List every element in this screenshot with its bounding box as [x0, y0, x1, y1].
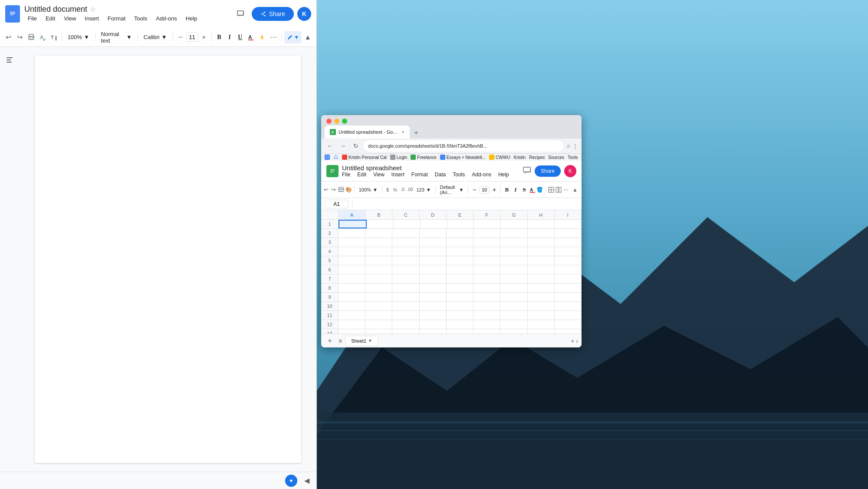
browser-address-input[interactable]: docs.google.com/spreadsheets/d/1B-5NmT3A… [364, 140, 563, 152]
sheets-collapse-button[interactable]: ▲ [570, 185, 580, 195]
sheets-col-header-g[interactable]: G [500, 210, 527, 219]
sheets-menu-edit[interactable]: Edit [355, 172, 369, 178]
bookmark-kristin[interactable]: Kristin [513, 155, 526, 160]
cell-E6[interactable] [447, 265, 473, 274]
cell-B8[interactable] [365, 284, 392, 292]
cell-C9[interactable] [392, 293, 419, 301]
sheets-dollar-button[interactable]: $ [384, 185, 391, 195]
docs-page-area[interactable] [19, 47, 316, 472]
cell-A6[interactable] [339, 265, 365, 274]
cell-F11[interactable] [473, 311, 500, 320]
cell-F3[interactable] [473, 238, 500, 247]
cell-C11[interactable] [392, 311, 419, 320]
docs-highlight-button[interactable] [257, 31, 267, 43]
bookmark-sources[interactable]: Sources [548, 155, 564, 160]
sheets-menu-view[interactable]: View [371, 172, 387, 178]
cell-G7[interactable] [500, 274, 527, 283]
cell-G2[interactable] [500, 229, 527, 238]
cell-A1[interactable] [339, 220, 367, 228]
cell-H11[interactable] [528, 311, 555, 320]
docs-filename[interactable]: Untitled document [24, 5, 87, 14]
sheets-bold-button[interactable]: B [503, 184, 511, 195]
sheets-avatar[interactable]: K [564, 165, 576, 177]
cell-F5[interactable] [473, 256, 500, 265]
docs-logo-icon[interactable] [5, 5, 20, 23]
cell-A7[interactable] [339, 274, 365, 283]
cell-C12[interactable] [392, 320, 419, 329]
cell-B12[interactable] [365, 320, 392, 329]
sheets-col-header-a[interactable]: A [339, 210, 365, 219]
cell-G8[interactable] [500, 284, 527, 292]
cell-A13[interactable] [339, 329, 365, 334]
browser-tab-active[interactable]: Untitled spreadsheet - Googl... × [325, 126, 410, 139]
cell-H3[interactable] [528, 238, 555, 247]
cell-C1[interactable] [394, 220, 421, 228]
sheets-menu-addons[interactable]: Add-ons [469, 172, 494, 178]
cell-I10[interactable] [555, 302, 582, 311]
sheets-fill-color-button[interactable]: 🪣 [536, 185, 543, 195]
sheets-font-size-input[interactable] [479, 186, 490, 194]
docs-editing-mode-button[interactable]: ▼ [284, 31, 302, 43]
cell-I8[interactable] [555, 284, 582, 292]
docs-font-decrease-button[interactable]: − [175, 32, 185, 43]
cell-F12[interactable] [473, 320, 500, 329]
sheets-borders-button[interactable] [548, 185, 554, 195]
docs-font-size-input[interactable] [186, 33, 198, 42]
docs-italic-button[interactable]: I [225, 32, 234, 43]
sheets-col-header-i[interactable]: I [555, 210, 582, 219]
cell-H9[interactable] [528, 293, 555, 301]
cell-A5[interactable] [339, 256, 365, 265]
cell-E8[interactable] [447, 284, 473, 292]
cell-B6[interactable] [365, 265, 392, 274]
cell-D6[interactable] [420, 265, 447, 274]
cell-F4[interactable] [473, 247, 500, 256]
cell-I12[interactable] [555, 320, 582, 329]
sheets-italic-button[interactable]: I [512, 184, 519, 195]
cell-G13[interactable] [500, 329, 527, 334]
cell-H2[interactable] [528, 229, 555, 238]
cell-C3[interactable] [392, 238, 419, 247]
docs-outline-button[interactable] [3, 54, 16, 66]
cell-H13[interactable] [528, 329, 555, 334]
cell-D4[interactable] [420, 247, 447, 256]
cell-F8[interactable] [473, 284, 500, 292]
cell-C5[interactable] [392, 256, 419, 265]
cell-A3[interactable] [339, 238, 365, 247]
docs-star-icon[interactable]: ☆ [90, 5, 96, 13]
bookmark-gdrive[interactable] [333, 155, 339, 160]
sheets-strikethrough-button[interactable]: S [520, 184, 528, 195]
bookmark-recipes[interactable]: Recipes [529, 155, 545, 160]
sheets-percent-button[interactable]: % [392, 185, 398, 195]
sheets-format-select[interactable]: 123▼ [414, 186, 433, 194]
cell-I13[interactable] [555, 329, 582, 334]
cell-H1[interactable] [528, 220, 555, 228]
browser-reload-button[interactable]: ↻ [351, 141, 361, 151]
cell-D11[interactable] [420, 311, 447, 320]
cell-C7[interactable] [392, 274, 419, 283]
sheets-zoom-select[interactable]: 100%▼ [357, 186, 380, 194]
cell-E12[interactable] [447, 320, 473, 329]
cell-F1[interactable] [474, 220, 501, 228]
cell-B11[interactable] [365, 311, 392, 320]
cell-C4[interactable] [392, 247, 419, 256]
cell-G5[interactable] [500, 256, 527, 265]
sheets-nav-right[interactable]: › [576, 337, 578, 344]
cell-B2[interactable] [365, 229, 392, 238]
cell-D9[interactable] [420, 293, 447, 301]
cell-E5[interactable] [447, 256, 473, 265]
cell-E7[interactable] [447, 274, 473, 283]
sheets-col-header-d[interactable]: D [420, 210, 447, 219]
cell-D1[interactable] [421, 220, 447, 228]
browser-bookmark-star[interactable]: ☆ [566, 143, 571, 149]
cell-I4[interactable] [555, 247, 582, 256]
cell-H4[interactable] [528, 247, 555, 256]
cell-I3[interactable] [555, 238, 582, 247]
cell-G12[interactable] [500, 320, 527, 329]
docs-menu-edit[interactable]: Edit [42, 14, 59, 23]
docs-print-button[interactable] [26, 31, 36, 43]
cell-E4[interactable] [447, 247, 473, 256]
cell-C8[interactable] [392, 284, 419, 292]
cell-B7[interactable] [365, 274, 392, 283]
cell-C10[interactable] [392, 302, 419, 311]
cell-I7[interactable] [555, 274, 582, 283]
